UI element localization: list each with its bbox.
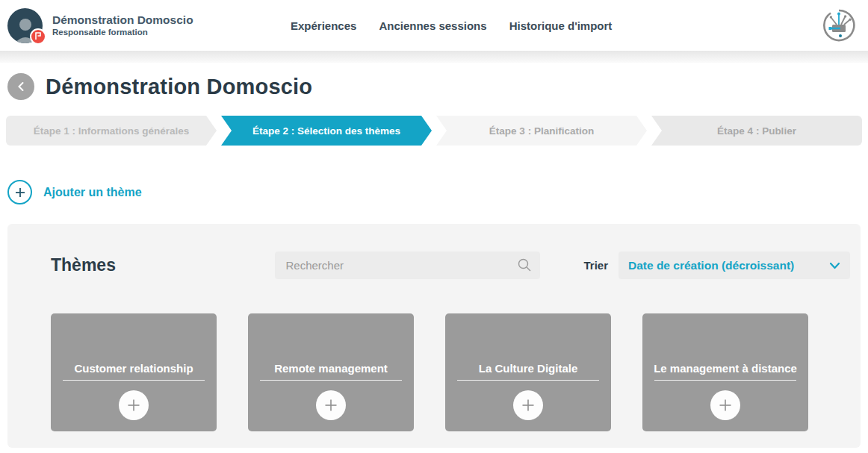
theme-card-customer-relationship[interactable]: Customer relationship — [51, 313, 217, 431]
theme-card-le-management-a-distance[interactable]: Le management à distance — [642, 313, 808, 431]
add-theme-label: Ajouter un thème — [43, 186, 142, 199]
search-icon — [517, 257, 532, 272]
page-title: Démonstration Domoscio — [46, 75, 312, 99]
card-underline — [457, 380, 599, 381]
user-info: Démonstration Domoscio Responsable forma… — [52, 13, 193, 38]
wizard-step-2-active[interactable]: Étape 2 : Sélection des thèmes — [221, 116, 432, 146]
plus-icon — [521, 398, 536, 413]
theme-card-remote-management[interactable]: Remote management — [248, 313, 414, 431]
theme-card-la-culture-digitale[interactable]: La Culture Digitale — [445, 313, 611, 431]
add-theme-button[interactable]: Ajouter un thème — [7, 180, 868, 204]
wizard-step-4[interactable]: Étape 4 : Publier — [651, 116, 862, 146]
card-add-button[interactable] — [316, 390, 346, 420]
theme-card-title: La Culture Digitale — [479, 362, 578, 375]
nav-item-historique-import[interactable]: Historique d'import — [509, 19, 613, 32]
theme-cards: Customer relationship Remote management … — [51, 313, 861, 431]
themes-toolbar: Thèmes Trier Date de création (décroissa… — [7, 252, 861, 279]
card-add-button[interactable] — [710, 390, 740, 420]
theme-card-title: Le management à distance — [654, 362, 797, 375]
themes-panel: Thèmes Trier Date de création (décroissa… — [7, 224, 861, 448]
header-divider — [0, 51, 868, 63]
card-underline — [63, 380, 205, 381]
sort-label: Trier — [583, 259, 608, 272]
plus-icon — [126, 398, 141, 413]
back-button[interactable] — [7, 73, 34, 100]
wizard-step-3[interactable]: Étape 3 : Planification — [436, 116, 647, 146]
plus-icon — [323, 398, 338, 413]
theme-card-title: Customer relationship — [74, 362, 193, 375]
step-wizard: Étape 1 : Informations générales Étape 2… — [6, 116, 862, 146]
search-box — [275, 252, 540, 279]
current-user[interactable]: Démonstration Domoscio Responsable forma… — [7, 8, 193, 43]
nav-item-anciennes-sessions[interactable]: Anciennes sessions — [379, 19, 486, 32]
plus-circle-icon — [7, 180, 32, 204]
sort-selected-value: Date de création (décroissant) — [628, 259, 794, 272]
theme-card-title: Remote management — [274, 362, 388, 375]
card-add-button[interactable] — [513, 390, 543, 420]
card-underline — [260, 380, 402, 381]
themes-heading: Thèmes — [51, 255, 116, 275]
avatar[interactable] — [7, 8, 43, 43]
user-role: Responsable formation — [52, 27, 193, 38]
user-name: Démonstration Domoscio — [52, 13, 193, 27]
wizard-step-1[interactable]: Étape 1 : Informations générales — [6, 116, 217, 146]
sort-dropdown[interactable]: Date de création (décroissant) — [619, 252, 850, 279]
main-nav: Expériences Anciennes sessions Historiqu… — [291, 0, 612, 51]
card-add-button[interactable] — [119, 390, 149, 420]
card-underline — [654, 380, 796, 381]
chevron-left-icon — [16, 81, 25, 92]
app-header: Démonstration Domoscio Responsable forma… — [0, 0, 868, 51]
search-input[interactable] — [275, 252, 540, 279]
page-title-row: Démonstration Domoscio — [0, 63, 868, 100]
chevron-down-icon — [829, 262, 840, 269]
plus-icon — [718, 398, 733, 413]
role-badge-icon — [30, 28, 46, 45]
nav-item-experiences[interactable]: Expériences — [291, 19, 356, 32]
domoscio-logo-icon — [822, 8, 856, 43]
